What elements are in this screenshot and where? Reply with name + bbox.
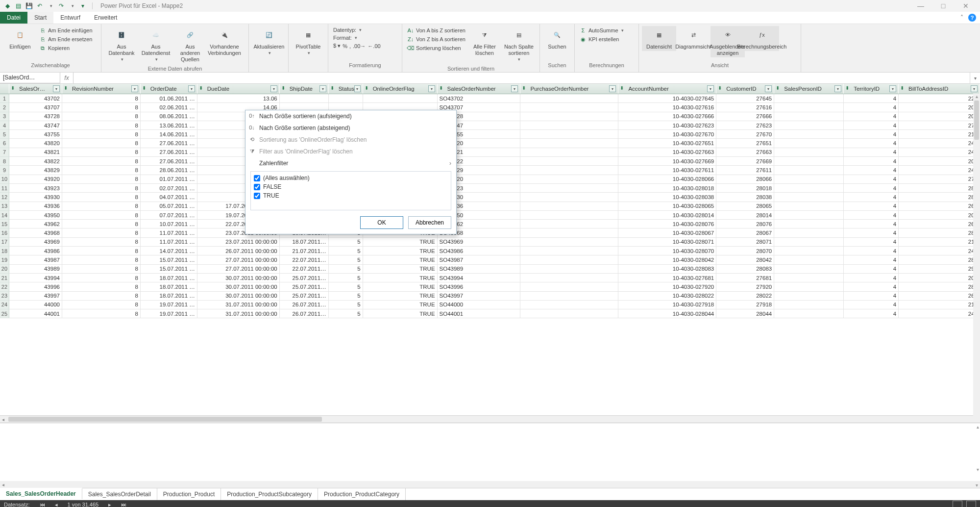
cell-Status[interactable]: 5	[329, 292, 363, 301]
select-all-checkbox[interactable]: (Alles auswählen)	[254, 174, 448, 182]
cell-CustomerID[interactable]: 28038	[716, 193, 774, 202]
cell-PurchaseOrderNumber[interactable]	[520, 202, 618, 211]
filter-toggle-icon[interactable]: ▾	[707, 85, 714, 92]
cell-SalesPersonID[interactable]	[774, 255, 844, 264]
cell-BillToAddressID[interactable]: 271	[899, 175, 980, 184]
tab-advanced[interactable]: Erweitert	[87, 12, 124, 24]
cell-SalesOrderNumber[interactable]: SO43996	[438, 282, 521, 291]
cell-SalesPersonID[interactable]	[774, 274, 844, 282]
cell-OrderDate[interactable]: 11.07.2011 …	[141, 228, 197, 237]
cell-CustomerID[interactable]: 27663	[716, 148, 774, 157]
cell-AccountNumber[interactable]: 10-4030-027663	[618, 148, 716, 157]
cell-DueDate[interactable]: 13.06	[197, 94, 280, 103]
cell-OrderDate[interactable]: 15.07.2011 …	[141, 255, 197, 264]
cell-TerritoryID[interactable]: 4	[844, 148, 899, 157]
filter-toggle-icon[interactable]: ▾	[428, 85, 435, 92]
cell-TerritoryID[interactable]: 4	[844, 112, 899, 121]
paste-button[interactable]: 📋 Einfügen	[3, 26, 37, 51]
cell-RevisionNumber[interactable]: 8	[62, 220, 141, 228]
row-number[interactable]: 22	[0, 282, 9, 291]
cell-BillToAddressID[interactable]: 217	[899, 130, 980, 139]
table-row[interactable]: 1843986814.07.2011 …26.07.2011 00:00:002…	[0, 247, 980, 255]
cell-RevisionNumber[interactable]: 8	[62, 94, 141, 103]
cell-TerritoryID[interactable]: 4	[844, 202, 899, 211]
cell-SalesPersonID[interactable]	[774, 175, 844, 184]
cell-AccountNumber[interactable]: 10-4030-027616	[618, 103, 716, 112]
cell-AccountNumber[interactable]: 10-4030-027651	[618, 139, 716, 148]
cell-SalesOr[interactable]: 43923	[9, 184, 62, 193]
row-number[interactable]: 18	[0, 247, 9, 255]
cell-SalesPersonID[interactable]	[774, 157, 844, 166]
cell-BillToAddressID[interactable]: 282	[899, 193, 980, 202]
replace-paste-button[interactable]: ⎘Am Ende ersetzen	[37, 35, 95, 44]
datatype-dropdown[interactable]: Datentyp:	[331, 26, 399, 34]
row-number[interactable]: 17	[0, 238, 9, 247]
column-header-OnlineOrderFlag[interactable]: ⬍OnlineOrderFlag▾	[363, 84, 438, 94]
cell-OrderDate[interactable]: 04.07.2011 …	[141, 193, 197, 202]
table-row[interactable]: 843822827.06.2011 …09.07SO4382210-4030-0…	[0, 157, 980, 166]
table-row[interactable]: 543755814.06.2011 …26.06SO4375510-4030-0…	[0, 130, 980, 139]
table-row[interactable]: 2444000819.07.2011 …31.07.2011 00:00:002…	[0, 301, 980, 309]
calc-scroll-down-icon[interactable]: ▾	[977, 467, 979, 472]
cell-BillToAddressID[interactable]: 272	[899, 121, 980, 130]
find-button[interactable]: 🔍Suchen	[543, 26, 571, 51]
column-header-Status[interactable]: ⬍Status▾	[329, 84, 363, 94]
cell-PurchaseOrderNumber[interactable]	[520, 166, 618, 175]
cell-OrderDate[interactable]: 02.07.2011 …	[141, 184, 197, 193]
cell-SalesPersonID[interactable]	[774, 112, 844, 121]
cell-RevisionNumber[interactable]: 8	[62, 274, 141, 282]
filter-toggle-icon[interactable]: ▾	[609, 85, 616, 92]
cell-OrderDate[interactable]: 18.07.2011 …	[141, 274, 197, 282]
cell-ShipDate[interactable]: 25.07.2011…	[280, 274, 329, 282]
value-true-checkbox[interactable]: TRUE	[254, 191, 448, 200]
filter-toggle-icon[interactable]: ▾	[354, 85, 360, 92]
cell-RevisionNumber[interactable]: 8	[62, 238, 141, 247]
cell-RevisionNumber[interactable]: 8	[62, 148, 141, 157]
cell-PurchaseOrderNumber[interactable]	[520, 255, 618, 264]
cell-Status[interactable]	[329, 94, 363, 103]
diagram-view-button[interactable]: ⇄Diagrammsicht	[676, 26, 710, 51]
cell-RevisionNumber[interactable]: 8	[62, 228, 141, 237]
increase-decimals-icon[interactable]: .00→	[353, 43, 366, 49]
cell-PurchaseOrderNumber[interactable]	[520, 301, 618, 309]
table-row[interactable]: 1043920801.07.2011 …13.07SO4392010-4030-…	[0, 175, 980, 184]
cell-SalesOr[interactable]: 44001	[9, 309, 62, 318]
cell-SalesPersonID[interactable]	[774, 148, 844, 157]
cell-AccountNumber[interactable]: 10-4030-028083	[618, 265, 716, 274]
table-row[interactable]: 343728808.06.2011 …20.06SO4372810-4030-0…	[0, 112, 980, 121]
cell-TerritoryID[interactable]: 4	[844, 309, 899, 318]
cell-RevisionNumber[interactable]: 8	[62, 175, 141, 184]
cell-SalesPersonID[interactable]	[774, 309, 844, 318]
cell-AccountNumber[interactable]: 10-4030-027681	[618, 274, 716, 282]
from-database-button[interactable]: 🗄️Aus Datenbank	[104, 26, 139, 64]
number-filters-item[interactable]: Zahlenfilter	[245, 157, 456, 169]
cell-AccountNumber[interactable]: 10-4030-027623	[618, 121, 716, 130]
cell-SalesOr[interactable]: 43820	[9, 139, 62, 148]
cell-Status[interactable]: 5	[329, 274, 363, 282]
cell-SalesPersonID[interactable]	[774, 282, 844, 291]
cell-OrderDate[interactable]: 15.07.2011 …	[141, 265, 197, 274]
cell-OrderDate[interactable]: 18.07.2011 …	[141, 282, 197, 291]
filter-toggle-icon[interactable]: ▾	[834, 85, 841, 92]
cell-ShipDate[interactable]: 22.07.2011…	[280, 265, 329, 274]
cell-SalesOrderNumber[interactable]: SO43997	[438, 292, 521, 301]
cell-AccountNumber[interactable]: 10-4030-028065	[618, 202, 716, 211]
cell-Status[interactable]: 5	[329, 238, 363, 247]
cell-CustomerID[interactable]: 27651	[716, 139, 774, 148]
cell-BillToAddressID[interactable]: 281	[899, 282, 980, 291]
cell-SalesPersonID[interactable]	[774, 184, 844, 193]
cell-BillToAddressID[interactable]: 204	[899, 211, 980, 220]
cell-SalesOr[interactable]: 44000	[9, 301, 62, 309]
cell-TerritoryID[interactable]: 4	[844, 255, 899, 264]
create-kpi-button[interactable]: ◉KPI erstellen	[578, 35, 621, 44]
table-row[interactable]: 1443950807.07.2011 …19.07.2011 00:00:001…	[0, 211, 980, 220]
row-number[interactable]: 6	[0, 139, 9, 148]
row-number[interactable]: 14	[0, 211, 9, 220]
column-header-TerritoryID[interactable]: ⬍TerritoryID▾	[844, 84, 899, 94]
help-icon[interactable]: ?	[968, 14, 976, 22]
cell-TerritoryID[interactable]: 4	[844, 166, 899, 175]
cell-RevisionNumber[interactable]: 8	[62, 157, 141, 166]
cell-SalesPersonID[interactable]	[774, 94, 844, 103]
row-number[interactable]: 13	[0, 202, 9, 211]
collapse-ribbon-icon[interactable]: ˄	[960, 14, 963, 21]
